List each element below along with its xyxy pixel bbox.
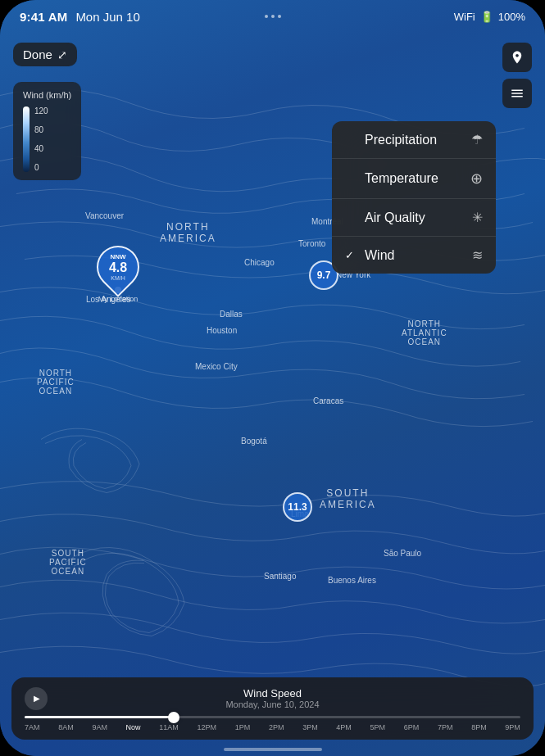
timeline-slider[interactable] [25, 716, 520, 718]
tl-12pm: 12PM [198, 723, 217, 731]
wind-val-40: 40 [34, 144, 48, 153]
layers-icon [510, 86, 525, 101]
timeline-labels: 7AM 8AM 9AM Now 11AM 12PM 1PM 2PM 3PM 4P… [25, 723, 520, 731]
wind-lines-svg [0, 0, 545, 756]
tl-11am: 11AM [159, 723, 179, 731]
timeline-panel: ▶ Wind Speed Monday, June 10, 2024 7AM 8… [11, 677, 534, 740]
timeline-fill [25, 716, 174, 718]
status-bar: 9:41 AM Mon Jun 10 WiFi 🔋 100% [0, 0, 545, 33]
done-button-label: Done [23, 48, 52, 61]
wind-icon: ≋ [472, 247, 483, 263]
tl-6pm: 6PM [404, 723, 420, 731]
wind-val-120: 120 [34, 106, 48, 115]
temperature-item[interactable]: Temperature ⊕ [332, 159, 496, 199]
temperature-label: Temperature [365, 171, 438, 186]
timeline-title-group: Wind Speed Monday, June 10, 2024 [225, 687, 319, 709]
wind-item[interactable]: ✓ Wind ≋ [332, 237, 496, 274]
precipitation-item[interactable]: Precipitation ☂ [332, 121, 496, 159]
wind-checkmark: ✓ [345, 249, 358, 261]
map-background [0, 0, 545, 756]
cursor-icon: ⤢ [57, 48, 67, 61]
tl-3pm: 3PM [302, 723, 318, 731]
timeline-subtitle: Monday, June 10, 2024 [225, 699, 319, 709]
speed-value-lima: 11.3 [288, 501, 307, 513]
tl-7am: 7AM [25, 723, 40, 731]
speed-value-newyork: 9.7 [317, 269, 331, 281]
timeline-thumb[interactable] [168, 712, 179, 723]
wind-direction: NNW [109, 253, 127, 260]
precipitation-label: Precipitation [365, 133, 437, 147]
play-button[interactable]: ▶ [25, 687, 48, 710]
location-bubble: NNW 4.8 KM/H [88, 237, 148, 297]
location-pin[interactable]: NNW 4.8 KM/H My Location [97, 246, 139, 303]
wind-label: Wind [365, 248, 394, 263]
tl-9am: 9AM [92, 723, 107, 731]
layer-dropdown-menu: Precipitation ☂ Temperature ⊕ Air Qualit… [332, 121, 496, 274]
tl-8pm: 8PM [471, 723, 487, 731]
tl-7pm: 7PM [438, 723, 453, 731]
wind-val-80: 80 [34, 125, 48, 134]
timeline-track [25, 716, 520, 718]
tl-9pm: 9PM [505, 723, 520, 731]
wind-legend: Wind (km/h) 120 80 40 0 [13, 82, 81, 180]
play-icon: ▶ [34, 694, 40, 703]
status-time: 9:41 AM [20, 10, 67, 24]
wind-unit: KM/H [109, 275, 127, 281]
wifi-icon: WiFi [454, 11, 475, 23]
battery-icon: 🔋 [480, 11, 493, 23]
top-right-buttons [502, 43, 532, 108]
status-icons: WiFi 🔋 100% [454, 11, 525, 23]
tl-5pm: 5PM [370, 723, 386, 731]
device-frame: 9:41 AM Mon Jun 10 WiFi 🔋 100% Done ⤢ [0, 0, 545, 756]
temperature-icon: ⊕ [470, 170, 483, 188]
wind-color-gradient [23, 106, 30, 172]
air-quality-icon: ✳ [472, 210, 483, 225]
timeline-header: ▶ Wind Speed Monday, June 10, 2024 [25, 687, 520, 709]
done-button[interactable]: Done ⤢ [13, 43, 77, 66]
wind-val-0: 0 [34, 163, 48, 172]
tl-8am: 8AM [58, 723, 74, 731]
tl-4pm: 4PM [336, 723, 352, 731]
location-button[interactable] [502, 43, 532, 72]
tl-2pm: 2PM [269, 723, 284, 731]
layers-button[interactable] [502, 79, 532, 108]
wind-legend-title: Wind (km/h) [23, 90, 71, 100]
air-quality-item[interactable]: Air Quality ✳ [332, 199, 496, 237]
wind-speed: 4.8 [109, 260, 127, 274]
tl-1pm: 1PM [235, 723, 251, 731]
battery-percent: 100% [498, 11, 525, 23]
status-date: Mon Jun 10 [75, 10, 139, 24]
precipitation-icon: ☂ [471, 132, 483, 147]
compass-icon [510, 50, 525, 65]
wind-legend-bar: 120 80 40 0 [23, 106, 71, 172]
speed-circle-lima[interactable]: 11.3 [283, 492, 312, 522]
air-quality-label: Air Quality [365, 211, 425, 225]
home-indicator [224, 748, 322, 751]
wind-legend-values: 120 80 40 0 [34, 106, 48, 172]
tl-now: Now [126, 723, 141, 731]
timeline-title: Wind Speed [225, 687, 319, 699]
